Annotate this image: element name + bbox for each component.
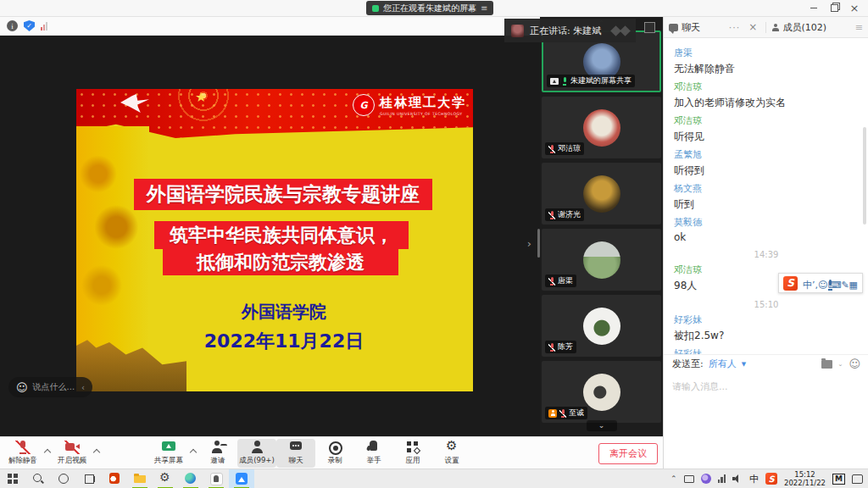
- security-shield-icon[interactable]: ✓: [24, 20, 35, 31]
- volume-icon[interactable]: [732, 474, 743, 483]
- toolbar-button[interactable]: 举手: [354, 439, 393, 468]
- tray-chevron-up-icon[interactable]: ⌃: [670, 474, 677, 483]
- taskbar-app[interactable]: [203, 469, 229, 488]
- toolbar-label: 成员(99+): [239, 456, 275, 466]
- emoji-picker-icon[interactable]: ☺: [849, 358, 860, 369]
- banner-menu-icon[interactable]: ≡: [481, 3, 487, 13]
- chat-history-icon[interactable]: [821, 360, 832, 369]
- taskbar-app[interactable]: [76, 469, 102, 488]
- minimize-button[interactable]: [804, 0, 824, 16]
- taskbar-app-icon: [235, 472, 248, 485]
- taskbar-clock[interactable]: 15:12 2022/11/22: [784, 470, 826, 487]
- chevron-up-icon[interactable]: [188, 439, 198, 468]
- ime-mode-icon[interactable]: M: [832, 474, 845, 485]
- chat-message: 15:10: [674, 300, 859, 309]
- title-bar: 您正在观看朱建斌的屏幕 ≡: [0, 0, 868, 17]
- toolbar-button[interactable]: 聊天: [276, 439, 315, 468]
- taskbar-app-icon: [159, 472, 172, 485]
- taskbar-app[interactable]: [229, 469, 254, 488]
- chevron-down-icon[interactable]: ⌄: [838, 361, 843, 368]
- toolbar-button[interactable]: 应用: [393, 439, 432, 468]
- send-to-caret-icon[interactable]: ▼: [742, 361, 746, 368]
- notification-center-icon[interactable]: [852, 474, 863, 484]
- sogou-logo-icon[interactable]: S: [783, 276, 798, 291]
- expand-panel-icon[interactable]: ›: [527, 237, 531, 250]
- participants-video-strip: ⌃ 朱建斌的屏幕共享: [540, 17, 663, 436]
- system-tray: ⌃ 中 S 15:12 2022/11/22 M: [670, 470, 868, 487]
- mic-status-icon: [548, 211, 555, 219]
- display-icon[interactable]: [684, 475, 694, 483]
- participant-tile[interactable]: 邓洁琼: [542, 97, 661, 158]
- chat-sender: 莫毅德: [674, 216, 859, 229]
- ime-tool-icon[interactable]: ✎: [841, 280, 849, 291]
- ime-tool-icon[interactable]: 中: [803, 280, 812, 291]
- speaking-indicator: 正在讲话: 朱建斌: [504, 19, 636, 42]
- ime-tool-icon[interactable]: ▦: [849, 280, 858, 291]
- toolbar-button[interactable]: 成员(99+): [237, 439, 276, 468]
- chat-text: 加入的老师请修改为实名: [674, 96, 859, 110]
- toolbar-button[interactable]: 开启视频: [53, 439, 92, 468]
- chat-sender: 邓洁琼: [674, 80, 859, 93]
- chevron-up-icon[interactable]: [92, 439, 102, 468]
- input-language-indicator[interactable]: 中: [749, 473, 759, 485]
- taskbar-app[interactable]: [25, 469, 51, 488]
- toolbar-button[interactable]: 邀请: [198, 439, 237, 468]
- chat-bubble-icon: [669, 24, 678, 31]
- participant-tile[interactable]: 唐渠: [542, 229, 661, 291]
- panel-menu-icon[interactable]: ≡: [855, 22, 863, 33]
- participant-tile[interactable]: 至诚: [542, 361, 661, 423]
- close-button[interactable]: [844, 0, 865, 16]
- tab-members[interactable]: 成员(102): [771, 21, 826, 34]
- toolbar-button[interactable]: 共享屏幕: [149, 439, 188, 468]
- chat-input[interactable]: [672, 381, 860, 392]
- chevron-up-icon[interactable]: [42, 439, 53, 468]
- taskbar-app[interactable]: [51, 469, 76, 488]
- send-to-value[interactable]: 所有人: [709, 358, 737, 370]
- toolbar-button[interactable]: 录制: [315, 439, 354, 468]
- toolbar-icon: [248, 441, 265, 454]
- comment-placeholder[interactable]: 说点什么...: [33, 381, 75, 393]
- hand-raised-icon: [548, 409, 557, 418]
- mic-status-icon: [561, 77, 568, 86]
- network-icon[interactable]: [718, 474, 726, 483]
- toolbar-icon: [209, 441, 226, 454]
- leave-meeting-button[interactable]: 离开会议: [598, 443, 658, 464]
- chat-message: 邓洁琼 听得见: [674, 114, 859, 144]
- ime-tool-icon[interactable]: ☺: [818, 280, 827, 291]
- collapse-left-icon[interactable]: ‹: [81, 383, 85, 392]
- participant-tile[interactable]: 谢济光: [542, 163, 661, 225]
- screen-share-status-icon: [372, 5, 379, 12]
- popout-icon[interactable]: [644, 22, 655, 33]
- toolbar-button[interactable]: 解除静音: [3, 439, 42, 468]
- ime-tool-icon[interactable]: ’,: [812, 280, 818, 291]
- participant-name: 唐渠: [558, 275, 573, 286]
- taskbar-app[interactable]: [102, 469, 127, 488]
- taskbar-app[interactable]: [127, 469, 153, 488]
- slide-date: 2022年11月22日: [136, 329, 432, 354]
- chat-scrollbar[interactable]: [863, 127, 866, 225]
- taskbar-app-icon: [184, 472, 198, 485]
- taskbar-app-icon: [31, 472, 45, 485]
- toolbar-button[interactable]: 设置: [432, 439, 471, 468]
- participant-tile[interactable]: 陈芳: [542, 295, 661, 357]
- taskbar-app[interactable]: [0, 469, 25, 488]
- participant-label: 谢济光: [545, 208, 584, 221]
- taskbar-app[interactable]: [153, 469, 178, 488]
- participant-label: 邓洁琼: [545, 142, 584, 155]
- quick-comment-bar[interactable]: ☺ 说点什么... ‹: [8, 377, 92, 397]
- participant-avatar: [583, 109, 620, 147]
- chat-more-icon[interactable]: ···: [729, 22, 741, 33]
- watching-banner[interactable]: 您正在观看朱建斌的屏幕 ≡: [366, 1, 493, 15]
- tab-chat[interactable]: 聊天: [669, 21, 700, 34]
- toolbar-icon: [14, 441, 31, 454]
- toolbar-label: 邀请: [211, 456, 225, 466]
- emoji-icon[interactable]: ☺: [16, 382, 28, 393]
- restore-button[interactable]: [824, 0, 844, 16]
- chat-close-icon[interactable]: ×: [748, 21, 757, 33]
- people-tray-icon[interactable]: [701, 474, 711, 484]
- chevron-down-icon[interactable]: ⌄: [587, 420, 617, 431]
- taskbar-app[interactable]: [178, 469, 203, 488]
- sogou-tray-icon[interactable]: S: [765, 473, 777, 485]
- meeting-info-icon[interactable]: i: [7, 20, 18, 31]
- send-to-row: 发送至: 所有人 ▼ ⌄ ☺: [664, 354, 868, 373]
